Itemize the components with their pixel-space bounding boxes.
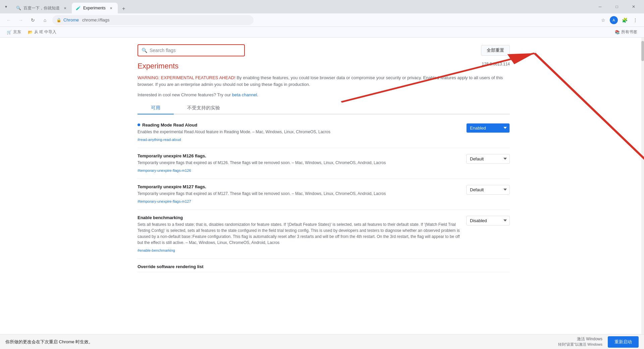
activate-line2: 转到"设置"以激活 Windows <box>558 342 603 347</box>
address-path: chrome://flags <box>81 17 250 22</box>
version-text: 128.0.6613.114 <box>482 62 510 66</box>
page-content: 🔍 全部重置 Experiments 128.0.6613.114 WARNIN… <box>0 38 644 334</box>
window-controls-right: ─ □ ✕ <box>592 1 641 12</box>
home-button[interactable]: ⌂ <box>40 15 50 25</box>
relaunch-button[interactable]: 重新启动 <box>608 336 639 348</box>
flag-item-left: Temporarily unexpire M126 flags. Tempora… <box>138 153 461 173</box>
chrome-menu-button[interactable]: ▾ <box>3 3 9 10</box>
navigation-bar: ← → ↻ ⌂ 🔒 Chrome chrome://flags ☆ A 🧩 ⋮ <box>0 13 644 27</box>
search-area: 🔍 全部重置 <box>138 38 510 62</box>
flag-name: Temporarily unexpire M127 flags. <box>138 184 461 189</box>
tab-nav-available[interactable]: 可用 <box>138 102 174 114</box>
maximize-button[interactable]: □ <box>609 1 625 12</box>
experiments-header: Experiments 128.0.6613.114 <box>138 62 510 70</box>
search-box-wrap: 🔍 <box>138 44 245 56</box>
flag-select-m127[interactable]: Default Enabled Disabled <box>466 185 510 195</box>
title-bar: ▾ 🔍 百度一下，你就知道 ✕ 🧪 Experiments ✕ + ─ □ ✕ <box>0 0 644 13</box>
bookmarks-bar: 🛒 京东 📂 从 IE 中导入 📚 所有书签 <box>0 27 644 38</box>
beta-channel-link[interactable]: beta channel <box>232 92 257 97</box>
tabs-area: 🔍 百度一下，你就知道 ✕ 🧪 Experiments ✕ + <box>12 0 592 13</box>
address-brand: Chrome <box>63 17 79 22</box>
tab-title-baidu: 百度一下，你就知道 <box>23 5 60 11</box>
menu-button[interactable]: ⋮ <box>631 15 640 25</box>
flag-anchor[interactable]: #temporary-unexpire-flags-m127 <box>138 199 191 203</box>
reload-button[interactable]: ↻ <box>28 15 38 25</box>
avatar[interactable]: A <box>610 16 618 24</box>
bottom-left-text: 你所做的更改会在下次重启 Chrome 时生效。 <box>5 339 93 345</box>
flag-item-left: Reading Mode Read Aloud Enables the expe… <box>138 122 461 142</box>
chrome-window: ▾ 🔍 百度一下，你就知道 ✕ 🧪 Experiments ✕ + ─ □ ✕ <box>0 0 644 349</box>
bookmark-ie-label: 从 IE 中导入 <box>34 29 56 35</box>
flag-desc: Temporarily unexpire flags that expired … <box>138 191 461 197</box>
flag-title: Temporarily unexpire M126 flags. <box>138 153 206 158</box>
search-input[interactable] <box>138 45 244 56</box>
tab-favicon-baidu: 🔍 <box>16 6 21 10</box>
address-bar[interactable]: 🔒 Chrome chrome://flags <box>52 15 254 25</box>
lock-icon: 🔒 <box>56 18 61 22</box>
flag-anchor[interactable]: #read-anything-read-aloud <box>138 138 181 142</box>
tab-title-experiments: Experiments <box>83 6 106 10</box>
flag-name: Temporarily unexpire M126 flags. <box>138 153 461 158</box>
flag-anchor[interactable]: #enable-benchmarking <box>138 248 175 252</box>
flag-enabled-dot <box>138 123 140 126</box>
bottom-right: 激活 Windows 转到"设置"以激活 Windows 重新启动 <box>558 336 639 348</box>
flag-select-reading-mode[interactable]: Enabled Default Disabled <box>466 123 510 133</box>
flag-select-m126[interactable]: Default Enabled Disabled <box>466 154 510 164</box>
flag-title: Reading Mode Read Aloud <box>142 122 197 128</box>
reset-all-button[interactable]: 全部重置 <box>481 45 510 56</box>
flag-name: Enable benchmarking <box>138 215 461 220</box>
tab-close-baidu[interactable]: ✕ <box>62 5 68 11</box>
flag-desc: Sets all features to a fixed state; that… <box>138 221 461 246</box>
bookmark-ie[interactable]: 📂 从 IE 中导入 <box>25 28 59 36</box>
flag-item-right: Default Enabled Disabled <box>466 153 510 173</box>
bookmarks-right: 📚 所有书签 <box>612 28 640 36</box>
close-button[interactable]: ✕ <box>626 1 641 12</box>
beta-intro: Interested in cool new Chrome features? … <box>138 92 232 97</box>
forward-button[interactable]: → <box>16 15 25 25</box>
new-tab-button[interactable]: + <box>119 4 128 13</box>
bookmark-ie-icon: 📂 <box>28 30 33 35</box>
flags-page-container: 🔍 全部重置 Experiments 128.0.6613.114 WARNIN… <box>0 38 644 272</box>
flag-name: Reading Mode Read Aloud <box>138 122 461 128</box>
search-icon: 🔍 <box>142 48 147 53</box>
page-title: Experiments <box>138 62 178 70</box>
flag-item-right: Disabled Default Enabled <box>466 215 510 253</box>
bookmark-jd-label: 京东 <box>13 29 21 35</box>
scrollbar[interactable] <box>641 38 644 334</box>
nav-right-icons: ☆ A 🧩 ⋮ <box>598 15 640 25</box>
tab-experiments[interactable]: 🧪 Experiments ✕ <box>72 3 118 13</box>
tabs-nav: 可用 不受支持的实验 <box>138 102 510 114</box>
profile-button[interactable]: A <box>609 15 619 25</box>
flag-item-override-software: Override software rendering list <box>138 259 510 272</box>
flag-item-m127: Temporarily unexpire M127 flags. Tempora… <box>138 179 510 210</box>
extensions-button[interactable]: 🧩 <box>620 15 629 25</box>
beta-suffix: . <box>257 92 258 97</box>
tab-nav-unsupported[interactable]: 不受支持的实验 <box>174 102 233 114</box>
bottom-bar: 你所做的更改会在下次重启 Chrome 时生效。 激活 Windows 转到"设… <box>0 334 644 349</box>
activate-windows-text: 激活 Windows 转到"设置"以激活 Windows <box>558 336 603 347</box>
activate-line1: 激活 Windows <box>558 336 603 342</box>
flag-item-right: Enabled Default Disabled <box>466 122 510 142</box>
flag-item-left: Temporarily unexpire M127 flags. Tempora… <box>138 184 461 204</box>
flag-item-left: Enable benchmarking Sets all features to… <box>138 215 461 253</box>
bookmark-star-button[interactable]: ☆ <box>598 15 608 25</box>
all-bookmarks-icon: 📚 <box>615 30 620 35</box>
all-bookmarks-label: 所有书签 <box>621 29 637 35</box>
flag-title: Enable benchmarking <box>138 215 183 220</box>
flag-anchor[interactable]: #temporary-unexpire-flags-m126 <box>138 168 191 172</box>
flags-list: Reading Mode Read Aloud Enables the expe… <box>138 114 510 272</box>
flag-desc: Enables the experimental Read Aloud feat… <box>138 129 461 135</box>
back-button[interactable]: ← <box>4 15 13 25</box>
all-bookmarks-button[interactable]: 📚 所有书签 <box>612 28 640 36</box>
tab-baidu[interactable]: 🔍 百度一下，你就知道 ✕ <box>12 3 72 13</box>
flag-select-benchmarking[interactable]: Disabled Default Enabled <box>466 216 510 226</box>
bookmark-jd[interactable]: 🛒 京东 <box>4 28 24 36</box>
scrollbar-thumb[interactable] <box>641 41 644 61</box>
warning-text: WARNING: EXPERIMENTAL FEATURES AHEAD! By… <box>138 74 510 88</box>
window-controls-left: ▾ <box>3 3 9 10</box>
flag-desc: Temporarily unexpire flags that expired … <box>138 160 461 166</box>
flag-title: Temporarily unexpire M127 flags. <box>138 184 206 189</box>
minimize-button[interactable]: ─ <box>592 1 608 12</box>
tab-close-experiments[interactable]: ✕ <box>108 5 114 11</box>
tab-favicon-experiments: 🧪 <box>76 6 80 10</box>
